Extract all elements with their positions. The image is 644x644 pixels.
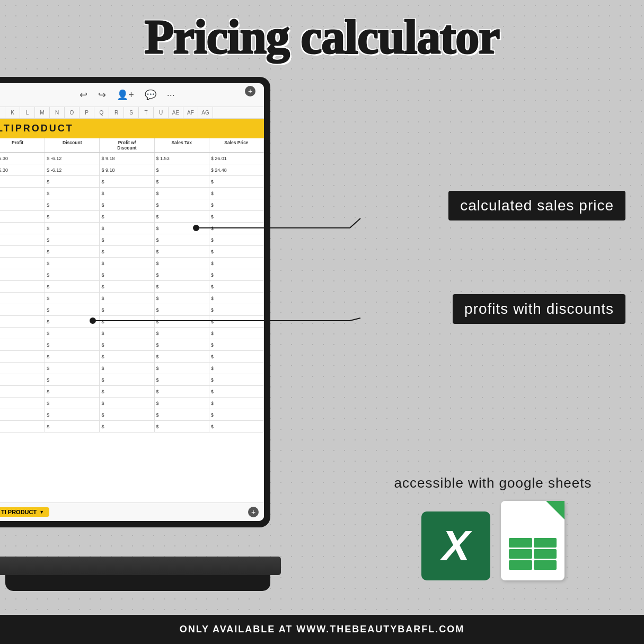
table-cell: $ xyxy=(45,339,100,350)
table-cell: $ xyxy=(45,328,100,339)
callout-sales-price: calculated sales price xyxy=(448,191,625,220)
callout-profits-text: profits with discounts xyxy=(464,301,614,317)
table-cell: $ xyxy=(0,234,45,245)
table-cell: $ xyxy=(155,164,209,175)
people-icon[interactable]: 👤+ xyxy=(117,89,134,101)
table-cell: $ xyxy=(45,176,100,187)
table-cell: $ xyxy=(209,398,264,409)
table-cell: $ xyxy=(100,223,154,234)
table-cell: $ xyxy=(209,258,264,269)
table-cell: $ xyxy=(100,234,154,245)
table-cell: $ xyxy=(100,339,154,350)
table-row: $$$$$ xyxy=(0,176,264,188)
table-row: $$$$$ xyxy=(0,363,264,374)
table-cell: $ xyxy=(45,386,100,397)
col-af: AF xyxy=(183,107,198,118)
col-ag: AG xyxy=(198,107,213,118)
table-cell: $ xyxy=(100,351,154,362)
table-cell: $ xyxy=(0,269,45,280)
table-cell: $ xyxy=(0,188,45,199)
sheets-cell-3 xyxy=(509,549,532,559)
table-cell: $ xyxy=(0,386,45,397)
table-cell: $ xyxy=(100,421,154,432)
table-row: $$$$$ xyxy=(0,421,264,433)
table-cell: $ xyxy=(45,293,100,304)
laptop-screen-inner: ↩ ↪ 👤+ 💬 ··· + J K L M N O P Q R S T U xyxy=(0,83,264,521)
table-cell: $ 15.30 xyxy=(0,153,45,164)
col-profit: Profit xyxy=(0,138,45,152)
laptop-base xyxy=(0,557,281,575)
column-headers-row: Profit Discount Profit w/Discount Sales … xyxy=(0,138,264,153)
tab-dropdown-icon[interactable]: ▼ xyxy=(39,509,44,515)
table-row: $$$$$ xyxy=(0,304,264,316)
col-sales-price: Sales Price xyxy=(209,138,264,152)
add-tab-icon[interactable]: + xyxy=(248,507,259,517)
undo-icon[interactable]: ↩ xyxy=(80,89,87,101)
table-cell: $ xyxy=(155,328,209,339)
table-row: $$$$$ xyxy=(0,386,264,398)
table-row: $$$$$ xyxy=(0,409,264,421)
table-cell: $ xyxy=(155,339,209,350)
tab-label: TI PRODUCT xyxy=(1,509,37,515)
sheets-icon-table xyxy=(509,538,557,570)
comment-icon[interactable]: 💬 xyxy=(145,89,156,101)
col-o: O xyxy=(65,107,80,118)
col-discount: Discount xyxy=(45,138,100,152)
table-cell: $ xyxy=(0,293,45,304)
table-row: $$$$$ xyxy=(0,223,264,234)
table-cell: $ xyxy=(155,421,209,432)
active-sheet-tab[interactable]: TI PRODUCT ▼ xyxy=(0,507,49,517)
table-cell: $ xyxy=(100,269,154,280)
table-cell: $ xyxy=(209,281,264,292)
table-cell: $ xyxy=(100,304,154,315)
table-cell: $ xyxy=(209,269,264,280)
table-cell: $ 15.30 xyxy=(0,164,45,175)
table-cell: $ xyxy=(209,293,264,304)
col-letter-headers: J K L M N O P Q R S T U AE AF AG xyxy=(0,107,264,119)
table-cell: $ xyxy=(45,304,100,315)
col-p: P xyxy=(80,107,94,118)
callout-sales-price-text: calculated sales price xyxy=(460,197,614,214)
table-cell: $ xyxy=(209,211,264,222)
table-cell: $ xyxy=(45,269,100,280)
col-n: N xyxy=(50,107,65,118)
table-cell: $ xyxy=(45,351,100,362)
col-l: L xyxy=(20,107,35,118)
table-cell: $ xyxy=(209,409,264,420)
add-sheet-icon[interactable]: + xyxy=(245,86,255,96)
table-cell: $ xyxy=(155,398,209,409)
table-cell: $ xyxy=(209,246,264,257)
table-cell: $ xyxy=(155,386,209,397)
table-cell: $ xyxy=(0,398,45,409)
sheet-tabs-bar: TI PRODUCT ▼ + xyxy=(0,502,264,521)
table-row: $$$$$ xyxy=(0,258,264,269)
more-icon[interactable]: ··· xyxy=(167,90,175,101)
col-t: T xyxy=(139,107,154,118)
table-row: $$$$$ xyxy=(0,246,264,258)
app-icons-row: X xyxy=(368,501,617,580)
sheets-icon-corner xyxy=(546,501,564,519)
redo-icon[interactable]: ↪ xyxy=(98,89,106,101)
laptop-screen-outer: ↩ ↪ 👤+ 💬 ··· + J K L M N O P Q R S T U xyxy=(0,77,270,527)
table-cell: $ xyxy=(209,328,264,339)
sheets-cell-4 xyxy=(534,549,557,559)
table-cell: $ xyxy=(155,234,209,245)
col-u: U xyxy=(154,107,169,118)
table-cell: $ xyxy=(100,246,154,257)
sheets-cell-2 xyxy=(534,538,557,548)
table-cell: $ xyxy=(0,211,45,222)
table-cell: $ xyxy=(155,363,209,374)
table-cell: $ xyxy=(45,374,100,385)
table-cell: $ xyxy=(100,258,154,269)
sheets-file-icon xyxy=(501,501,564,580)
table-row: $$$$$ xyxy=(0,269,264,281)
table-cell: $ xyxy=(155,223,209,234)
table-cell: $ xyxy=(209,363,264,374)
table-cell: $ xyxy=(155,374,209,385)
accessible-label: accessible with google sheets xyxy=(368,475,617,491)
table-row: $ 15.30$ -6.12$ 9.18$$ 24.48 xyxy=(0,164,264,176)
page-title-container: Pricing calculator xyxy=(0,10,644,64)
table-row: $$$$$ xyxy=(0,351,264,363)
table-cell: $ xyxy=(209,386,264,397)
google-sheets-section: accessible with google sheets X xyxy=(368,475,617,580)
